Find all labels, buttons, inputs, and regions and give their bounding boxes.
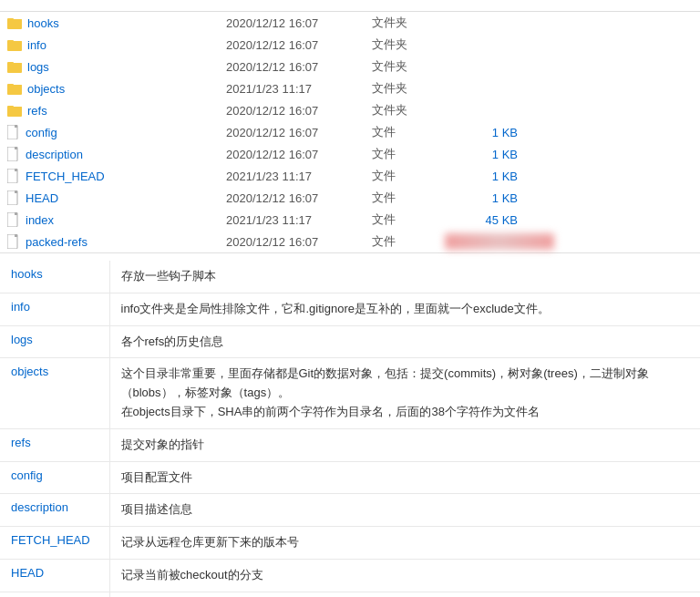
svg-rect-2 xyxy=(7,19,22,28)
file-date: 2020/12/12 16:07 xyxy=(226,60,372,74)
file-name[interactable]: description xyxy=(7,147,226,161)
file-name-text: index xyxy=(26,213,54,227)
file-date: 2020/12/12 16:07 xyxy=(226,235,372,249)
desc-text: info文件夹是全局性排除文件，它和.gitignore是互补的，里面就一个ex… xyxy=(109,293,700,325)
desc-row: FETCH_HEAD 记录从远程仓库更新下来的版本号 xyxy=(0,527,700,560)
file-name[interactable]: refs xyxy=(7,104,226,118)
desc-text: 记录从远程仓库更新下来的版本号 xyxy=(109,527,700,560)
file-date: 2020/12/12 16:07 xyxy=(226,148,372,161)
desc-name: objects xyxy=(0,358,109,428)
desc-row: info info文件夹是全局性排除文件，它和.gitignore是互补的，里面… xyxy=(0,293,700,325)
file-name[interactable]: config xyxy=(7,125,226,139)
file-row[interactable]: refs 2020/12/12 16:07 文件夹 xyxy=(0,99,700,121)
file-name-text: hooks xyxy=(27,16,59,30)
file-icon xyxy=(7,147,20,161)
file-type: 文件 xyxy=(372,168,445,184)
file-name[interactable]: HEAD xyxy=(7,190,226,205)
desc-name: FETCH_HEAD xyxy=(0,527,109,560)
desc-row: logs 各个refs的历史信息 xyxy=(0,325,700,358)
file-name[interactable]: info xyxy=(7,38,226,52)
svg-rect-14 xyxy=(7,107,22,116)
file-row[interactable]: logs 2020/12/12 16:07 文件夹 xyxy=(0,56,700,77)
folder-icon xyxy=(7,60,22,73)
desc-text: 项目描述信息 xyxy=(109,494,700,527)
desc-name: logs xyxy=(0,325,109,358)
desc-row: objects 这个目录非常重要，里面存储都是Git的数据对象，包括：提交(co… xyxy=(0,358,700,428)
file-type: 文件夹 xyxy=(372,80,445,97)
file-name[interactable]: hooks xyxy=(7,16,226,30)
desc-text: 项目配置文件 xyxy=(109,461,700,494)
file-size: 1 KB xyxy=(445,191,518,205)
file-row[interactable]: hooks 2020/12/12 16:07 文件夹 xyxy=(0,12,700,34)
desc-row: HEAD 记录当前被checkout的分支 xyxy=(0,559,700,592)
desc-name: config xyxy=(0,461,109,494)
file-name-text: info xyxy=(27,38,46,52)
svg-rect-8 xyxy=(7,63,22,72)
file-type: 文件夹 xyxy=(372,36,445,53)
file-name-text: config xyxy=(26,126,57,139)
file-icon xyxy=(7,169,20,183)
description-section: hooks 存放一些钩子脚本 info info文件夹是全局性排除文件，它和.g… xyxy=(0,261,700,597)
file-type: 文件夹 xyxy=(372,58,445,75)
desc-name: info xyxy=(0,293,109,325)
description-table: hooks 存放一些钩子脚本 info info文件夹是全局性排除文件，它和.g… xyxy=(0,261,700,597)
file-size: 45 KB xyxy=(445,213,518,227)
desc-text: 这个目录非常重要，里面存储都是Git的数据对象，包括：提交(commits)，树… xyxy=(109,358,700,428)
file-list-section: hooks 2020/12/12 16:07 文件夹 info 2020/12/… xyxy=(0,0,700,253)
file-type: 文件 xyxy=(372,233,445,250)
folder-icon xyxy=(7,16,22,29)
file-name[interactable]: logs xyxy=(7,60,226,74)
file-size: 1 KB xyxy=(445,170,518,183)
desc-row: index 录的是暂存区的信息。就被已经git add的内容。 xyxy=(0,592,700,597)
desc-text: 记录当前被checkout的分支 xyxy=(109,559,700,592)
file-size: 1 KB xyxy=(445,126,518,139)
file-date: 2020/12/12 16:07 xyxy=(226,38,372,52)
file-icon xyxy=(7,190,20,205)
file-row[interactable]: description 2020/12/12 16:07 文件 1 KB xyxy=(0,143,700,165)
file-row[interactable]: objects 2021/1/23 11:17 文件夹 xyxy=(0,77,700,99)
file-date: 2021/1/23 11:17 xyxy=(226,82,372,96)
file-icon xyxy=(7,212,20,227)
file-name-text: refs xyxy=(27,104,47,118)
file-row[interactable]: FETCH_HEAD 2021/1/23 11:17 文件 1 KB xyxy=(0,165,700,187)
file-type: 文件 xyxy=(372,124,445,140)
desc-row: description 项目描述信息 xyxy=(0,494,700,527)
file-name-text: FETCH_HEAD xyxy=(26,170,105,183)
desc-name: HEAD xyxy=(0,559,109,592)
desc-text: 各个refs的历史信息 xyxy=(109,325,700,358)
file-icon xyxy=(7,125,20,139)
file-name[interactable]: objects xyxy=(7,82,226,96)
desc-row: hooks 存放一些钩子脚本 xyxy=(0,261,700,293)
desc-text: 提交对象的指针 xyxy=(109,428,700,461)
file-type: 文件夹 xyxy=(372,102,445,118)
folder-icon xyxy=(7,104,22,117)
file-size: 1 KB xyxy=(445,148,518,161)
file-name-text: logs xyxy=(27,60,49,74)
file-row[interactable]: packed-refs 2020/12/12 16:07 文件 xyxy=(0,231,700,252)
file-row[interactable]: config 2020/12/12 16:07 文件 1 KB xyxy=(0,121,700,143)
desc-row: refs 提交对象的指针 xyxy=(0,428,700,461)
file-type: 文件 xyxy=(372,146,445,162)
file-date: 2021/1/23 11:17 xyxy=(226,213,372,227)
desc-name: index xyxy=(0,592,109,597)
desc-text: 录的是暂存区的信息。就被已经git add的内容。 xyxy=(109,592,700,597)
folder-icon xyxy=(7,82,22,95)
file-row[interactable]: HEAD 2020/12/12 16:07 文件 1 KB xyxy=(0,187,700,209)
folder-icon xyxy=(7,38,22,51)
file-date: 2020/12/12 16:07 xyxy=(226,191,372,205)
desc-text: 存放一些钩子脚本 xyxy=(109,261,700,293)
file-type: 文件夹 xyxy=(372,15,445,31)
file-name-text: description xyxy=(26,148,83,161)
file-name[interactable]: index xyxy=(7,212,226,227)
desc-name: hooks xyxy=(0,261,109,293)
file-row[interactable]: info 2020/12/12 16:07 文件夹 xyxy=(0,34,700,56)
file-name[interactable]: FETCH_HEAD xyxy=(7,169,226,183)
file-name[interactable]: packed-refs xyxy=(7,234,226,249)
svg-rect-11 xyxy=(7,85,22,94)
file-rows-container: hooks 2020/12/12 16:07 文件夹 info 2020/12/… xyxy=(0,12,700,252)
file-icon xyxy=(7,234,20,249)
file-date: 2020/12/12 16:07 xyxy=(226,16,372,30)
file-date: 2020/12/12 16:07 xyxy=(226,126,372,139)
file-row[interactable]: index 2021/1/23 11:17 文件 45 KB xyxy=(0,209,700,231)
file-name-text: objects xyxy=(27,82,65,96)
